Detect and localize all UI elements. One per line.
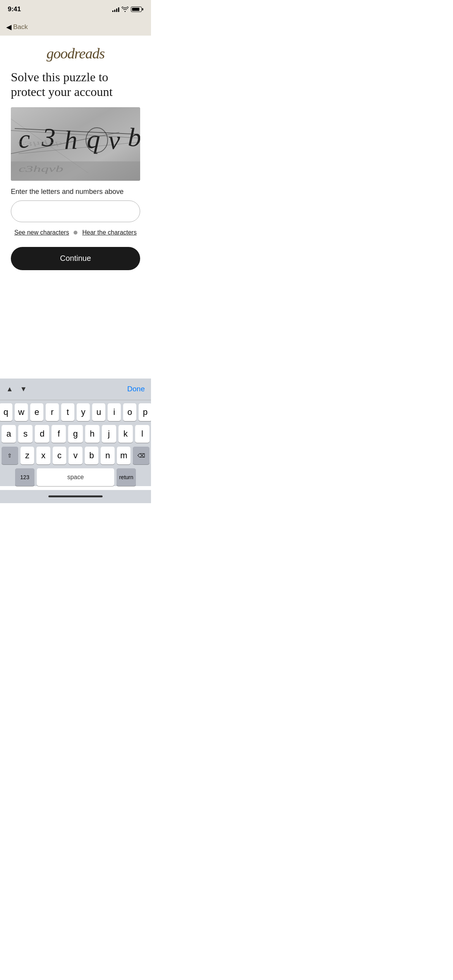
continue-button[interactable]: Continue bbox=[11, 247, 140, 270]
bottom-bar bbox=[0, 490, 151, 503]
key-o[interactable]: o bbox=[123, 403, 136, 421]
home-indicator bbox=[48, 495, 103, 497]
key-y[interactable]: y bbox=[77, 403, 90, 421]
next-field-button[interactable]: ▼ bbox=[20, 385, 27, 393]
key-d[interactable]: d bbox=[35, 425, 49, 443]
back-label: Back bbox=[13, 23, 28, 31]
key-w[interactable]: w bbox=[15, 403, 28, 421]
hear-the-characters-button[interactable]: Hear the characters bbox=[82, 229, 137, 236]
captcha-image: c 3 h q v b c3hqvb c3hqvb bbox=[11, 107, 140, 181]
key-u[interactable]: u bbox=[92, 403, 105, 421]
content-spacer bbox=[0, 278, 151, 379]
svg-text:b: b bbox=[127, 122, 140, 152]
key-j[interactable]: j bbox=[102, 425, 116, 443]
key-m[interactable]: m bbox=[117, 447, 131, 464]
status-time: 9:41 bbox=[8, 5, 21, 13]
wifi-icon bbox=[122, 7, 129, 12]
key-p[interactable]: p bbox=[139, 403, 151, 421]
key-k[interactable]: k bbox=[118, 425, 133, 443]
back-chevron-icon: ◀ bbox=[6, 23, 12, 31]
goodreads-logo: goodreads bbox=[46, 45, 105, 62]
key-l[interactable]: l bbox=[135, 425, 149, 443]
links-row: See new characters Hear the characters bbox=[11, 229, 140, 236]
key-e[interactable]: e bbox=[30, 403, 43, 421]
key-n[interactable]: n bbox=[101, 447, 115, 464]
battery-icon bbox=[131, 7, 143, 12]
keyboard-row-4: 123 space return bbox=[2, 468, 149, 486]
input-label: Enter the letters and numbers above bbox=[11, 188, 140, 196]
keyboard-row-1: q w e r t y u i o p bbox=[2, 403, 149, 421]
key-t[interactable]: t bbox=[61, 403, 74, 421]
page-title: Solve this puzzle to protect your accoun… bbox=[11, 70, 140, 99]
keyboard-toolbar: ▲ ▼ Done bbox=[0, 379, 151, 400]
signal-bars-icon bbox=[112, 7, 119, 12]
key-i[interactable]: i bbox=[108, 403, 121, 421]
key-f[interactable]: f bbox=[51, 425, 66, 443]
status-bar: 9:41 bbox=[0, 0, 151, 19]
svg-text:c3hqvb: c3hqvb bbox=[19, 163, 63, 173]
key-a[interactable]: a bbox=[2, 425, 16, 443]
key-b[interactable]: b bbox=[85, 447, 99, 464]
key-r[interactable]: r bbox=[46, 403, 59, 421]
numbers-key[interactable]: 123 bbox=[15, 468, 34, 486]
keyboard-done-button[interactable]: Done bbox=[127, 385, 145, 393]
key-g[interactable]: g bbox=[68, 425, 82, 443]
key-s[interactable]: s bbox=[18, 425, 33, 443]
return-key[interactable]: return bbox=[117, 468, 136, 486]
separator-dot bbox=[74, 231, 77, 235]
key-z[interactable]: z bbox=[21, 447, 34, 464]
key-q[interactable]: q bbox=[0, 403, 12, 421]
logo-area: goodreads bbox=[11, 36, 140, 70]
keyboard-row-2: a s d f g h j k l bbox=[2, 425, 149, 443]
captcha-svg: c 3 h q v b c3hqvb c3hqvb bbox=[11, 107, 140, 181]
key-v[interactable]: v bbox=[69, 447, 82, 464]
back-button[interactable]: ◀ Back bbox=[6, 23, 28, 31]
shift-key[interactable]: ⇧ bbox=[2, 447, 18, 464]
nav-bar: ◀ Back bbox=[0, 19, 151, 36]
delete-key[interactable]: ⌫ bbox=[133, 447, 149, 464]
svg-text:3: 3 bbox=[41, 122, 56, 152]
key-h[interactable]: h bbox=[85, 425, 100, 443]
main-content: goodreads Solve this puzzle to protect y… bbox=[0, 36, 151, 278]
keyboard-row-3: ⇧ z x c v b n m ⌫ bbox=[2, 447, 149, 464]
key-c[interactable]: c bbox=[53, 447, 67, 464]
key-x[interactable]: x bbox=[36, 447, 50, 464]
see-new-characters-button[interactable]: See new characters bbox=[14, 229, 69, 236]
toolbar-arrows: ▲ ▼ bbox=[6, 385, 27, 393]
prev-field-button[interactable]: ▲ bbox=[6, 385, 13, 393]
svg-text:h: h bbox=[64, 125, 77, 155]
svg-text:q: q bbox=[86, 124, 101, 154]
svg-text:v: v bbox=[108, 125, 120, 155]
captcha-input[interactable] bbox=[11, 200, 140, 222]
status-icons bbox=[112, 7, 143, 12]
svg-text:c: c bbox=[18, 124, 31, 154]
space-key[interactable]: space bbox=[37, 468, 114, 486]
svg-text:c3hqvb: c3hqvb bbox=[18, 140, 62, 147]
keyboard: q w e r t y u i o p a s d f g h j k l ⇧ … bbox=[0, 400, 151, 486]
